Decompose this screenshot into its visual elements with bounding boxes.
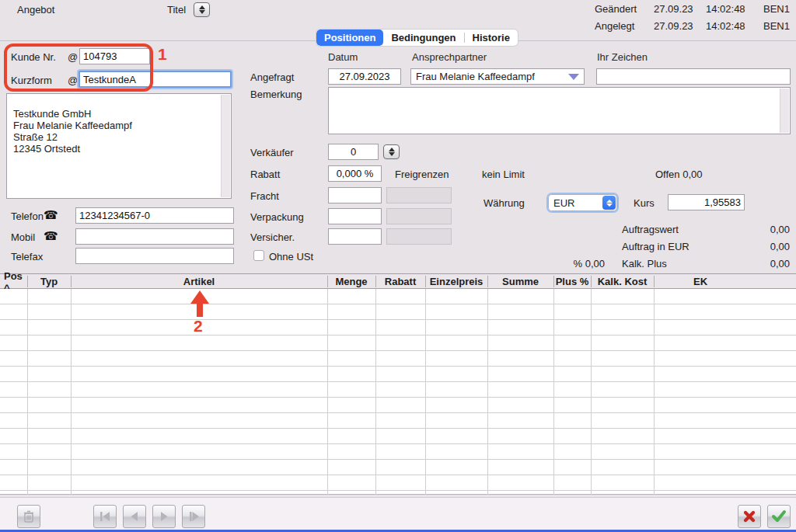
waehrung-select[interactable]: EUR: [548, 194, 617, 211]
changed-date: 27.09.23: [654, 3, 693, 15]
ansprechpartner-header: Ansprechpartner: [412, 51, 487, 63]
cancel-x-icon: [742, 509, 756, 523]
mobil-label: Mobil: [11, 231, 35, 243]
previous-record-button[interactable]: [123, 505, 146, 528]
column-divider: [487, 289, 488, 495]
column-header-ek[interactable]: EK: [654, 274, 747, 289]
header-divider: [375, 276, 376, 287]
annotation-arrow-2: [190, 290, 209, 304]
tab-historie[interactable]: Historie: [465, 30, 518, 46]
versicherung-input[interactable]: [328, 228, 382, 245]
header-divider: [654, 276, 655, 287]
fracht-input[interactable]: [328, 187, 382, 203]
auftrag-eur-value: 0,00: [728, 241, 790, 252]
bemerkung-textarea[interactable]: [328, 87, 791, 134]
verkaeufer-input[interactable]: [328, 144, 379, 160]
delete-row-button[interactable]: [17, 505, 40, 528]
positions-table-header: Pos ^ Typ Artikel Menge Rabatt Einzelpre…: [0, 273, 796, 289]
positions-table-body[interactable]: [0, 289, 796, 495]
address-text: Testkunde GmbH Frau Melanie Kaffeedampf …: [13, 108, 132, 155]
versicherung-label: Versicher.: [250, 231, 295, 243]
kunde-nr-input[interactable]: [79, 48, 150, 64]
next-record-icon: [158, 511, 170, 522]
created-time: 14:02:48: [706, 20, 745, 32]
telefon-input[interactable]: [75, 207, 234, 224]
kurs-label: Kurs: [634, 197, 655, 209]
titel-label: Titel: [167, 4, 186, 16]
kurs-input[interactable]: [668, 194, 745, 210]
tab-bedingungen[interactable]: Bedingungen: [383, 30, 463, 46]
rabatt-input[interactable]: [328, 165, 382, 182]
column-divider: [654, 289, 655, 495]
header-divider: [591, 276, 592, 287]
kalk-plus-percent: % 0,00: [543, 258, 605, 269]
telefon-label: Telefon: [11, 210, 44, 222]
column-header-einzelpreis[interactable]: Einzelpreis: [425, 274, 487, 289]
kurzform-at-button[interactable]: @: [68, 75, 78, 86]
dropdown-arrow-icon: [568, 74, 579, 80]
stepper-down-icon: [389, 152, 395, 156]
kalk-plus-value: 0,00: [728, 258, 790, 269]
rabatt-label: Rabatt: [250, 169, 280, 180]
kurzform-input[interactable]: [79, 71, 232, 88]
column-divider: [591, 289, 592, 495]
page-title: Angebot: [17, 4, 54, 16]
auftragswert-value: 0,00: [728, 224, 790, 235]
changed-user: BEN1: [763, 3, 790, 15]
annotation-arrow-2-shaft: [197, 303, 203, 317]
ansprechpartner-dropdown[interactable]: Frau Melanie Kaffeedampf: [410, 68, 585, 85]
last-record-icon: [187, 511, 200, 522]
tab-positionen[interactable]: Positionen: [316, 30, 383, 46]
datum-input[interactable]: [328, 68, 401, 85]
mobile-phone-icon: ☎: [44, 229, 58, 243]
confirm-button[interactable]: [767, 505, 791, 528]
fracht-label: Fracht: [250, 190, 279, 202]
angebot-window: Angebot Titel Geändert 27.09.23 14:02:48…: [0, 0, 796, 532]
header-divider: [425, 276, 426, 287]
kunde-nr-at-button[interactable]: @: [68, 51, 78, 63]
last-record-button[interactable]: [182, 505, 205, 528]
column-divider: [327, 289, 328, 495]
verkaeufer-stepper[interactable]: [383, 144, 400, 159]
column-header-plus[interactable]: Plus %: [553, 274, 591, 289]
telefax-input[interactable]: [75, 248, 234, 264]
column-header-artikel[interactable]: Artikel: [71, 274, 327, 289]
titel-stepper[interactable]: [194, 2, 210, 17]
waehrung-label: Währung: [484, 197, 525, 209]
bemerkung-scrollbar[interactable]: [780, 89, 789, 133]
header-divider: [553, 276, 554, 287]
column-header-summe[interactable]: Summe: [487, 274, 553, 289]
cancel-button[interactable]: [738, 505, 761, 528]
auftrag-eur-label: Auftrag in EUR: [622, 241, 690, 252]
ihr-zeichen-input[interactable]: [596, 68, 791, 85]
address-textarea[interactable]: Testkunde GmbH Frau Melanie Kaffeedampf …: [6, 93, 232, 199]
column-header-typ[interactable]: Typ: [27, 274, 71, 289]
verpackung-label: Verpackung: [250, 211, 304, 223]
confirm-check-icon: [771, 509, 787, 523]
bottom-toolbar: [0, 497, 796, 532]
first-record-icon: [99, 511, 111, 522]
select-chevrons-icon: [602, 196, 616, 210]
column-header-menge[interactable]: Menge: [327, 274, 375, 289]
column-header-pos[interactable]: Pos ^: [0, 274, 27, 289]
bemerkung-label: Bemerkung: [250, 89, 302, 100]
freigrenzen-label: Freigrenzen: [395, 169, 449, 180]
column-header-rabatt[interactable]: Rabatt: [375, 274, 425, 289]
column-divider: [375, 289, 376, 495]
column-divider: [71, 289, 72, 495]
telefax-label: Telefax: [11, 251, 43, 263]
header-divider: [487, 276, 488, 287]
mobil-input[interactable]: [75, 228, 234, 245]
address-scrollbar[interactable]: [221, 95, 230, 197]
stepper-up-icon: [199, 5, 205, 9]
created-date: 27.09.23: [654, 20, 693, 32]
tab-bar: Positionen Bedingungen Historie: [316, 30, 518, 46]
first-record-button[interactable]: [93, 505, 117, 528]
ohne-ust-checkbox[interactable]: [253, 250, 264, 261]
column-header-kalk-kost[interactable]: Kalk. Kost: [591, 274, 654, 289]
header-divider: [27, 276, 28, 287]
verpackung-input[interactable]: [328, 208, 382, 224]
changed-time: 14:02:48: [706, 3, 745, 15]
next-record-button[interactable]: [152, 505, 176, 528]
auftragswert-label: Auftragswert: [622, 224, 679, 235]
